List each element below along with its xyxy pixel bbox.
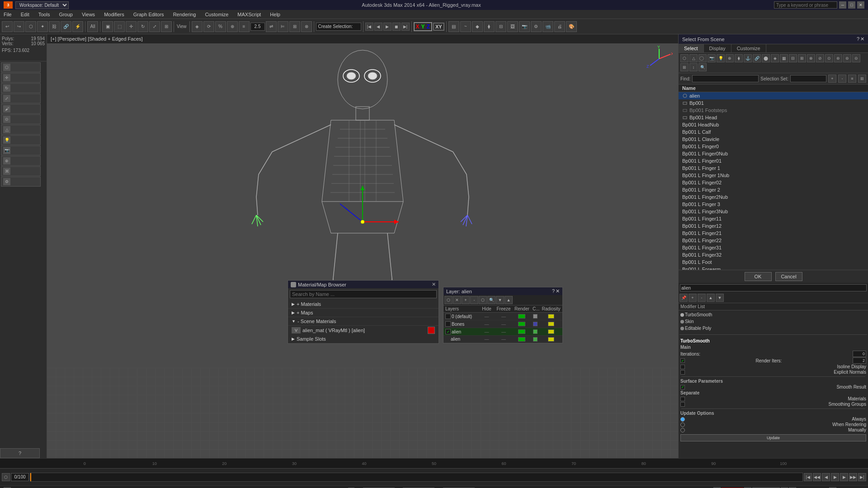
sfs-item-lfinger32[interactable]: Bp001 L Finger32 <box>679 251 868 258</box>
lyr-close[interactable]: ✕ <box>556 288 560 294</box>
tool-systems[interactable]: ⚙ <box>1 177 41 187</box>
menu-tools[interactable]: Tools <box>37 12 52 17</box>
tool-helpers[interactable]: ⊕ <box>1 156 41 166</box>
tb-render-settings[interactable]: ⚙ <box>531 21 542 32</box>
sfs-item-lfinger22[interactable]: Bp001 L Finger22 <box>679 237 868 244</box>
lyr-c-default[interactable] <box>531 314 540 319</box>
ts-explicit-check[interactable] <box>680 370 685 375</box>
tb-scale[interactable]: ⤢ <box>149 21 160 32</box>
tool-lights[interactable]: 💡 <box>1 135 41 145</box>
lyr-hide-bones[interactable]: — <box>479 321 495 327</box>
lyr-freeze-alien[interactable]: — <box>495 329 513 335</box>
tool-move[interactable]: ✛ <box>1 73 41 83</box>
sfs-icon-btn-12[interactable]: ▦ <box>780 54 788 62</box>
search-input[interactable] <box>774 1 837 9</box>
sfs-item-footsteps[interactable]: Bp001 Footsteps <box>679 107 868 114</box>
sfs-item-lfinger0[interactable]: Bp001 L Finger0 <box>679 143 868 150</box>
lyr-row-bones[interactable]: Bones — — <box>443 320 562 328</box>
lyr-row-alien[interactable]: ✓ alien — — <box>443 328 562 336</box>
mb-maps-section[interactable]: ▶ + Maps <box>288 309 439 317</box>
sfs-list[interactable]: alien Bp001 Bp001 Footsteps <box>679 92 868 270</box>
mb-scene-item-alienmat[interactable]: V alien_mat ( VRayMtl ) [alien] <box>288 326 439 335</box>
tb-filter[interactable]: ⊟ <box>495 21 506 32</box>
sfs-item-lfinger1[interactable]: Bp001 L Finger 1 <box>679 164 868 172</box>
tb-select-obj[interactable]: ⬡ <box>25 21 36 32</box>
sfs-icon-btn-17[interactable]: ⊙ <box>825 54 833 62</box>
tb-move[interactable]: ✛ <box>126 21 137 32</box>
tb-print[interactable]: 🖨 <box>554 21 565 32</box>
close-button[interactable]: ✕ <box>857 1 864 9</box>
lyr-render-alien[interactable] <box>513 329 531 334</box>
lyr-c-alien[interactable] <box>531 329 540 334</box>
tb-select-filter[interactable]: All <box>87 21 98 32</box>
tl-goto-start[interactable]: |◀ <box>804 473 812 481</box>
sfs-tab-select[interactable]: Select <box>679 44 704 52</box>
tl-prev-key[interactable]: ◀◀ <box>813 473 821 481</box>
lyr-hide-alien[interactable]: — <box>479 329 495 335</box>
tb-axis-xy[interactable]: XY <box>433 23 444 31</box>
tl-goto-end[interactable]: ▶| <box>858 473 866 481</box>
tb-bind[interactable]: ⚡ <box>72 21 83 32</box>
sfs-cancel-button[interactable]: Cancel <box>775 272 802 281</box>
tb-render[interactable]: 🖼 <box>507 21 518 32</box>
sfs-tab-customize[interactable]: Customize <box>731 44 766 52</box>
tool-orbit[interactable]: ⊙ <box>1 114 41 124</box>
sfs-icon-btn-15[interactable]: ⊗ <box>807 54 815 62</box>
axis-z[interactable]: Z <box>426 23 431 30</box>
sfs-item-headnub[interactable]: Bp001 HeadNub <box>679 121 868 128</box>
ts-update-button[interactable]: Update <box>680 434 866 441</box>
sfs-icon-btn-18[interactable]: ⊛ <box>834 54 842 62</box>
sfs-tab-display[interactable]: Display <box>704 44 731 52</box>
lyr-select-btn[interactable]: ⬡ <box>479 296 487 304</box>
tl-expand-btn[interactable]: ⬡ <box>2 473 10 481</box>
tb-redo[interactable]: ↪ <box>14 21 24 32</box>
lyr-hide-alien-sub[interactable]: — <box>479 336 495 342</box>
menu-file[interactable]: File <box>2 12 14 17</box>
lyr-c-bones[interactable] <box>531 321 540 327</box>
sfs-item-lfinger0nub[interactable]: Bp001 L Finger0Nub <box>679 150 868 157</box>
tool-cameras[interactable]: 📷 <box>1 145 41 155</box>
tb-render-frame[interactable]: 📷 <box>519 21 530 32</box>
ts-isoline-check[interactable] <box>680 365 685 369</box>
sfs-icon-btn-19[interactable]: ⊜ <box>843 54 851 62</box>
tb-percent-snap[interactable]: % <box>215 21 226 32</box>
sfs-item-head[interactable]: Bp001 Head <box>679 114 868 121</box>
lyr-c-alien-sub[interactable] <box>531 337 540 342</box>
tb-layers[interactable]: ▤ <box>448 21 459 32</box>
sfs-item-lfinger2[interactable]: Bp001 L Finger 2 <box>679 186 868 193</box>
tl-next-key[interactable]: ▶▶ <box>849 473 857 481</box>
lyr-collapse-btn[interactable]: ▲ <box>505 296 513 304</box>
pb-next-frame[interactable]: ▶| <box>401 23 410 31</box>
mp-mod-editablepoly[interactable]: Editable Poly <box>679 325 867 332</box>
lyr-freeze-alien-sub[interactable]: — <box>495 336 513 342</box>
tool-shapes[interactable]: △ <box>1 125 41 135</box>
sfs-filter-btn[interactable]: 🔍 <box>698 63 707 71</box>
lyr-render-bones[interactable] <box>513 321 531 327</box>
mp-add-btn[interactable]: + <box>689 294 697 302</box>
tb-mirror[interactable]: ⇌ <box>266 21 277 32</box>
mb-sample-slots-section[interactable]: ▶ Sample Slots <box>288 335 439 343</box>
tb-rotate[interactable]: ↻ <box>137 21 148 32</box>
tb-key-mode[interactable]: ⧫ <box>484 21 495 32</box>
sfs-item-lfinger02[interactable]: Bp001 L Finger02 <box>679 179 868 186</box>
lyr-active-check-alien[interactable]: ✓ <box>445 329 451 334</box>
sfs-icon-btn-4[interactable]: 📷 <box>708 54 716 62</box>
lyr-find-btn[interactable]: 🔍 <box>487 296 495 304</box>
pb-play[interactable]: ▶ <box>383 23 392 31</box>
pb-prev-frame[interactable]: ◀ <box>374 23 382 31</box>
mb-materials-section[interactable]: ▶ + Materials <box>288 300 439 309</box>
tl-track[interactable] <box>30 473 803 482</box>
mb-titlebar[interactable]: Material/Map Browser ✕ <box>288 281 439 288</box>
tb-create-selection[interactable]: Create Selection: <box>316 23 361 31</box>
sfs-item-lfinger1nub[interactable]: Bp001 L Finger 1Nub <box>679 172 868 179</box>
minimize-button[interactable]: ─ <box>839 1 846 9</box>
ts-smoothing-check[interactable] <box>680 402 685 407</box>
sfs-selection-set-input[interactable] <box>790 75 826 82</box>
sfs-close[interactable]: ✕ <box>860 36 864 42</box>
ts-iterations-input[interactable] <box>853 351 866 357</box>
tb-mat-editor[interactable]: 🎨 <box>566 21 577 32</box>
sfs-icon-btn-11[interactable]: ◈ <box>771 54 779 62</box>
mp-move-down-btn[interactable]: ▼ <box>716 294 724 302</box>
mp-remove-btn[interactable]: - <box>698 294 706 302</box>
menu-edit[interactable]: Edit <box>19 12 31 17</box>
